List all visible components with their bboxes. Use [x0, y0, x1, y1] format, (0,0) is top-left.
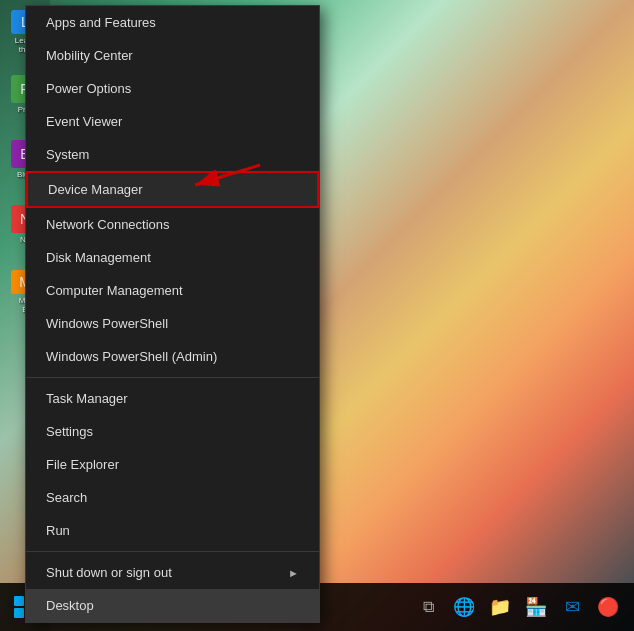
menu-item-event-viewer[interactable]: Event Viewer	[26, 105, 319, 138]
menu-item-system[interactable]: System	[26, 138, 319, 171]
mail-icon: ✉	[565, 596, 580, 618]
menu-item-apps-features[interactable]: Apps and Features	[26, 6, 319, 39]
menu-item-file-explorer[interactable]: File Explorer	[26, 448, 319, 481]
menu-item-computer-management[interactable]: Computer Management	[26, 274, 319, 307]
menu-item-search[interactable]: Search	[26, 481, 319, 514]
file-explorer-button[interactable]: 📁	[484, 591, 516, 623]
menu-item-disk-management[interactable]: Disk Management	[26, 241, 319, 274]
menu-item-settings[interactable]: Settings	[26, 415, 319, 448]
edge-icon: 🌐	[453, 596, 475, 618]
menu-item-task-manager[interactable]: Task Manager	[26, 382, 319, 415]
store-icon: 🏪	[525, 596, 547, 618]
menu-separator-1	[26, 377, 319, 378]
menu-separator-2	[26, 551, 319, 552]
store-button[interactable]: 🏪	[520, 591, 552, 623]
file-explorer-icon: 📁	[489, 596, 511, 618]
mail-button[interactable]: ✉	[556, 591, 588, 623]
menu-item-mobility-center[interactable]: Mobility Center	[26, 39, 319, 72]
context-menu: Apps and Features Mobility Center Power …	[25, 5, 320, 623]
menu-item-windows-powershell[interactable]: Windows PowerShell	[26, 307, 319, 340]
menu-item-shut-down-sign-out[interactable]: Shut down or sign out ►	[26, 556, 319, 589]
menu-item-run[interactable]: Run	[26, 514, 319, 547]
menu-item-device-manager[interactable]: Device Manager	[26, 171, 319, 208]
task-view-icon: ⧉	[423, 598, 434, 616]
taskbar-icons-group: ⧉ 🌐 📁 🏪 ✉ 🔴	[402, 591, 634, 623]
task-view-button[interactable]: ⧉	[412, 591, 444, 623]
chrome-icon: 🔴	[597, 596, 619, 618]
menu-item-power-options[interactable]: Power Options	[26, 72, 319, 105]
edge-button[interactable]: 🌐	[448, 591, 480, 623]
chrome-button[interactable]: 🔴	[592, 591, 624, 623]
submenu-arrow-icon: ►	[288, 567, 299, 579]
menu-item-windows-powershell-admin[interactable]: Windows PowerShell (Admin)	[26, 340, 319, 373]
menu-item-network-connections[interactable]: Network Connections	[26, 208, 319, 241]
menu-item-desktop[interactable]: Desktop	[26, 589, 319, 622]
